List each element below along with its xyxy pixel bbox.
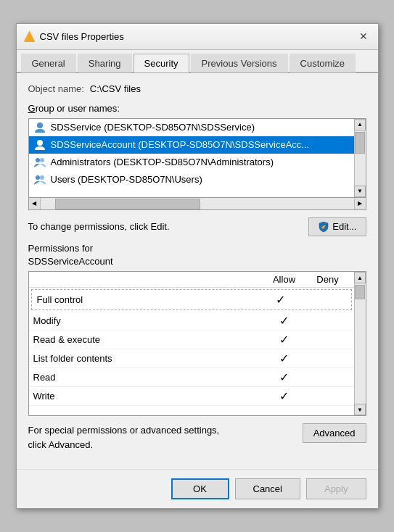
perm-scroll-down-btn[interactable]: ▼ [354, 404, 366, 415]
perm-allow-write: ✓ [263, 389, 306, 403]
ok-button[interactable]: OK [171, 478, 229, 499]
users-list: SDSService (DESKTOP-SD85O7N\SDSService) … [29, 119, 354, 197]
users-list-hscrollbar[interactable]: ◀ ▶ [28, 198, 366, 210]
scroll-down-btn[interactable]: ▼ [354, 186, 366, 197]
perm-scroll-up-btn[interactable]: ▲ [354, 272, 366, 283]
permissions-col-name-header [33, 274, 263, 285]
user-item-users[interactable]: Users (DESKTOP-SD85O7N\Users) [29, 171, 354, 188]
user-item-administrators[interactable]: Administrators (DESKTOP-SD85O7N\Administ… [29, 154, 354, 171]
edit-btn-label: Edit... [332, 221, 356, 232]
user-name: SDSService (DESKTOP-SD85O7N\SDSService) [51, 122, 255, 133]
advanced-text-line1: For special permissions or advanced sett… [28, 425, 220, 436]
advanced-button[interactable]: Advanced [303, 423, 366, 443]
users-list-vscrollbar[interactable]: ▲ ▼ [354, 119, 366, 197]
scroll-thumb[interactable] [355, 132, 365, 154]
tab-bar: General Sharing Security Previous Versio… [17, 50, 378, 73]
user-icon-single-selected [33, 138, 46, 151]
bottom-bar: OK Cancel Apply [17, 469, 378, 508]
user-icon-users-group [33, 173, 46, 186]
permissions-table: Allow Deny Full control ✓ Modify ✓ [29, 272, 354, 415]
folder-icon [24, 30, 36, 42]
perm-scroll-thumb[interactable] [355, 285, 365, 299]
perm-name-read: Read [33, 372, 263, 383]
perm-name-modify: Modify [33, 315, 263, 326]
perm-name-fullcontrol: Full control [37, 294, 259, 305]
user-item-sdsserviceaccount[interactable]: SDSServiceAccount (DESKTOP-SD85O7N\SDSSe… [29, 136, 354, 154]
permissions-col-allow-header: Allow [263, 274, 306, 285]
perm-row-listfolder[interactable]: List folder contents ✓ [29, 349, 354, 368]
user-name-users: Users (DESKTOP-SD85O7N\Users) [51, 174, 202, 185]
perm-row-read[interactable]: Read ✓ [29, 368, 354, 387]
perm-allow-fullcontrol: ✓ [259, 293, 303, 307]
hscroll-left-btn[interactable]: ◀ [29, 197, 41, 209]
perm-allow-listfolder: ✓ [263, 352, 306, 365]
shield-edit-icon [318, 221, 329, 233]
perm-allow-modify: ✓ [263, 314, 306, 328]
change-permissions-row: To change permissions, click Edit. Edit.… [28, 217, 366, 236]
svg-point-5 [40, 175, 44, 180]
permissions-vscrollbar[interactable]: ▲ ▼ [354, 272, 366, 415]
svg-point-3 [40, 158, 44, 162]
object-name-value: C:\CSV files [90, 83, 141, 94]
svg-point-4 [36, 175, 40, 180]
group-label: Group or user names: [28, 103, 366, 114]
tab-general[interactable]: General [21, 54, 76, 72]
properties-dialog: CSV files Properties ✕ General Sharing S… [16, 23, 379, 509]
title-bar: CSV files Properties ✕ [17, 24, 378, 50]
edit-button[interactable]: Edit... [308, 217, 366, 236]
permissions-table-container: Allow Deny Full control ✓ Modify ✓ [28, 271, 366, 416]
tab-content: Object name: C:\CSV files Group or user … [17, 73, 378, 462]
perm-row-fullcontrol[interactable]: Full control ✓ [34, 291, 349, 308]
close-button[interactable]: ✕ [356, 30, 371, 43]
user-icon-group [33, 156, 46, 169]
dialog-title: CSV files Properties [40, 31, 356, 42]
permissions-account-name: SDSServiceAccount [28, 256, 113, 267]
hscroll-thumb[interactable] [55, 199, 200, 209]
cancel-button[interactable]: Cancel [235, 478, 300, 499]
user-name-selected: SDSServiceAccount (DESKTOP-SD85O7N\SDSSe… [51, 139, 310, 150]
perm-row-readexecute[interactable]: Read & execute ✓ [29, 331, 354, 349]
tab-security[interactable]: Security [134, 54, 189, 72]
svg-point-1 [37, 140, 43, 146]
change-permissions-text: To change permissions, click Edit. [28, 221, 170, 232]
perm-name-write: Write [33, 391, 263, 402]
apply-button[interactable]: Apply [306, 478, 366, 499]
user-name-admins: Administrators (DESKTOP-SD85O7N\Administ… [51, 157, 274, 167]
perm-allow-readexecute: ✓ [263, 333, 306, 346]
perm-row-write[interactable]: Write ✓ [29, 387, 354, 406]
permissions-col-deny-header: Deny [306, 274, 350, 285]
hscroll-right-btn[interactable]: ▶ [354, 197, 366, 209]
hscroll-track [41, 198, 354, 209]
permissions-for-label: Permissions for [28, 243, 94, 254]
perm-row-modify[interactable]: Modify ✓ [29, 312, 354, 331]
perm-name-listfolder: List folder contents [33, 353, 263, 364]
scroll-up-btn[interactable]: ▲ [354, 119, 366, 130]
advanced-row: For special permissions or advanced sett… [28, 423, 366, 452]
svg-point-0 [37, 122, 43, 128]
user-item-sdsservice[interactable]: SDSService (DESKTOP-SD85O7N\SDSService) [29, 119, 354, 136]
permissions-header-row: Allow Deny [29, 272, 354, 288]
users-list-container: SDSService (DESKTOP-SD85O7N\SDSService) … [28, 118, 366, 198]
object-name-row: Object name: C:\CSV files [28, 83, 366, 94]
perm-allow-read: ✓ [263, 370, 306, 384]
tab-previous-versions[interactable]: Previous Versions [191, 54, 288, 72]
perm-name-readexecute: Read & execute [33, 334, 263, 345]
advanced-text: For special permissions or advanced sett… [28, 423, 294, 452]
permissions-header: Permissions for SDSServiceAccount [28, 242, 366, 268]
advanced-text-line2: click Advanced. [28, 439, 94, 450]
object-name-label: Object name: [28, 83, 84, 94]
user-icon-single [33, 121, 46, 134]
tab-sharing[interactable]: Sharing [78, 54, 132, 72]
tab-customize[interactable]: Customize [290, 54, 356, 72]
svg-point-2 [36, 158, 40, 162]
